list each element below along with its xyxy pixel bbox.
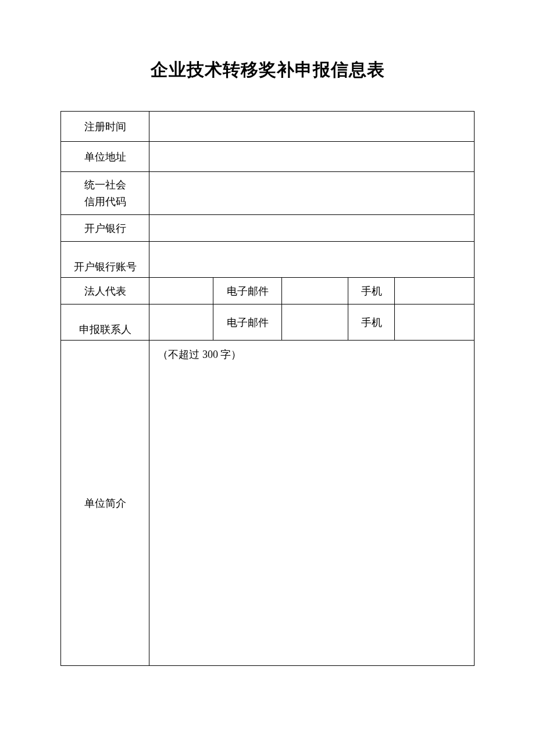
usc-code-label: 统一社会 信用代码 xyxy=(61,172,149,215)
bank-value[interactable] xyxy=(149,215,474,242)
page-title: 企业技术转移奖补申报信息表 xyxy=(0,0,535,111)
bank-label: 开户银行 xyxy=(61,215,149,242)
contact-email-label: 电子邮件 xyxy=(213,304,282,341)
table-row: 注册时间 xyxy=(61,112,474,142)
intro-hint: （不超过 300 字） xyxy=(158,349,241,360)
table-row: 开户银行账号 xyxy=(61,242,474,278)
intro-label: 单位简介 xyxy=(61,341,149,666)
table-row: 开户银行 xyxy=(61,215,474,242)
document-page: 企业技术转移奖补申报信息表 注册时间 单位地址 统一社会 信用代码 开户银行 开… xyxy=(0,0,535,756)
reg-time-label: 注册时间 xyxy=(61,112,149,142)
table-row: 单位简介 （不超过 300 字） xyxy=(61,341,474,666)
legal-rep-phone-label: 手机 xyxy=(348,278,395,304)
address-value[interactable] xyxy=(149,142,474,172)
legal-rep-label: 法人代表 xyxy=(61,278,149,304)
reg-time-value[interactable] xyxy=(149,112,474,142)
table-row: 申报联系人 电子邮件 手机 xyxy=(61,304,474,341)
contact-label: 申报联系人 xyxy=(61,304,149,341)
legal-rep-email-value[interactable] xyxy=(282,278,348,304)
address-label: 单位地址 xyxy=(61,142,149,172)
usc-code-value[interactable] xyxy=(149,172,474,215)
contact-phone-label: 手机 xyxy=(348,304,395,341)
intro-value[interactable]: （不超过 300 字） xyxy=(149,341,474,666)
legal-rep-value[interactable] xyxy=(149,278,213,304)
contact-phone-value[interactable] xyxy=(395,304,474,341)
legal-rep-email-label: 电子邮件 xyxy=(213,278,282,304)
usc-code-label-line2: 信用代码 xyxy=(61,194,149,210)
table-row: 单位地址 xyxy=(61,142,474,172)
application-table: 注册时间 单位地址 统一社会 信用代码 开户银行 开户银行账号 法人代表 电子邮… xyxy=(60,111,474,666)
bank-acct-value[interactable] xyxy=(149,242,474,278)
bank-acct-label: 开户银行账号 xyxy=(61,242,149,278)
legal-rep-phone-value[interactable] xyxy=(395,278,474,304)
table-row: 法人代表 电子邮件 手机 xyxy=(61,278,474,304)
table-row: 统一社会 信用代码 xyxy=(61,172,474,215)
contact-email-value[interactable] xyxy=(282,304,348,341)
contact-value[interactable] xyxy=(149,304,213,341)
usc-code-label-line1: 统一社会 xyxy=(61,177,149,194)
